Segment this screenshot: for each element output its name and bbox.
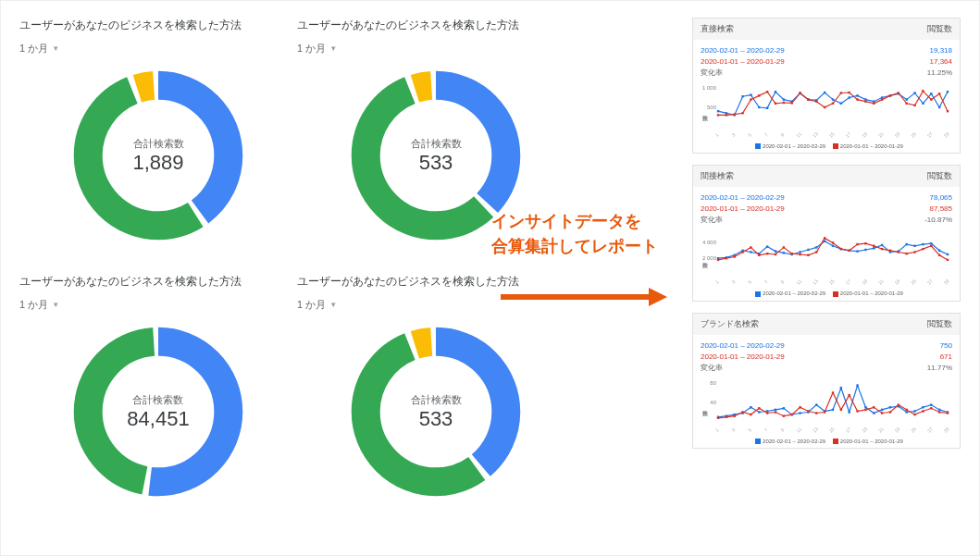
legend-a: 2020-02-01 – 2020-02-29 xyxy=(763,290,825,296)
svg-text:3: 3 xyxy=(730,279,736,285)
svg-rect-38 xyxy=(913,92,915,93)
line-chart-1: 2 0004 000検索数1357911131517192123252729 xyxy=(693,229,960,290)
svg-rect-195 xyxy=(717,416,719,418)
svg-rect-223 xyxy=(947,412,949,414)
period-selector[interactable]: 1 か月 ▼ xyxy=(19,298,59,312)
svg-text:29: 29 xyxy=(942,426,949,433)
period-selector[interactable]: 1 か月 ▼ xyxy=(19,42,59,56)
card-title: ユーザーがあなたのビジネスを検索した方法 xyxy=(19,18,297,33)
svg-text:15: 15 xyxy=(827,278,835,286)
svg-rect-200 xyxy=(758,407,760,409)
donut-card-0: ユーザーがあなたのビジネスを検索した方法 1 か月 ▼ 合計検索数 1,889 xyxy=(19,18,297,248)
svg-rect-63 xyxy=(881,98,883,100)
svg-rect-120 xyxy=(726,257,727,259)
svg-rect-204 xyxy=(791,414,793,415)
svg-text:9: 9 xyxy=(779,131,785,137)
svg-rect-222 xyxy=(938,411,940,413)
svg-text:5: 5 xyxy=(747,131,752,137)
svg-rect-212 xyxy=(856,410,858,412)
svg-rect-220 xyxy=(922,410,924,412)
donut-grid: ユーザーがあなたのビジネスを検索した方法 1 か月 ▼ 合計検索数 1,889 … xyxy=(19,18,575,504)
svg-rect-190 xyxy=(913,410,915,412)
svg-rect-215 xyxy=(881,412,883,414)
svg-rect-205 xyxy=(799,406,800,408)
svg-rect-126 xyxy=(775,253,776,255)
svg-rect-127 xyxy=(783,247,785,249)
svg-rect-102 xyxy=(815,247,817,249)
donut-center-value: 84,451 xyxy=(127,407,189,431)
panel-metric: 閲覧数 xyxy=(927,170,952,182)
svg-rect-128 xyxy=(791,253,793,254)
donut-card-3: ユーザーがあなたのビジネスを検索した方法 1 か月 ▼ 合計検索数 533 xyxy=(297,274,575,504)
svg-rect-132 xyxy=(824,238,825,240)
svg-text:5: 5 xyxy=(747,279,752,285)
period-label: 1 か月 xyxy=(19,42,48,56)
value-b: 87,585 xyxy=(930,204,952,215)
svg-text:1 000: 1 000 xyxy=(702,85,717,91)
svg-rect-176 xyxy=(799,412,800,414)
svg-text:25: 25 xyxy=(910,130,917,138)
svg-text:2 000: 2 000 xyxy=(702,256,717,262)
svg-rect-198 xyxy=(741,411,743,413)
donut-center-label: 合計検索数 xyxy=(411,137,462,151)
svg-rect-147 xyxy=(947,259,949,261)
svg-rect-183 xyxy=(856,384,858,386)
rate-label: 変化率 xyxy=(701,363,723,374)
svg-rect-42 xyxy=(947,91,949,93)
svg-rect-70 xyxy=(938,93,940,94)
svg-rect-29 xyxy=(840,103,842,105)
svg-text:19: 19 xyxy=(861,426,868,433)
svg-rect-27 xyxy=(824,92,825,93)
panel-metric: 閲覧数 xyxy=(927,318,952,330)
svg-rect-210 xyxy=(840,409,842,411)
svg-rect-206 xyxy=(807,410,809,412)
svg-rect-115 xyxy=(922,243,924,245)
svg-rect-191 xyxy=(922,406,924,408)
donut-chart-2: 合計検索数 84,451 xyxy=(66,319,251,504)
svg-rect-66 xyxy=(906,103,908,105)
legend-b: 2020-01-01 – 2020-01-29 xyxy=(840,143,903,149)
svg-rect-67 xyxy=(913,105,915,106)
svg-text:13: 13 xyxy=(812,130,819,138)
svg-rect-69 xyxy=(930,98,932,100)
svg-rect-64 xyxy=(889,94,891,96)
svg-text:5: 5 xyxy=(747,426,752,432)
svg-rect-209 xyxy=(832,391,834,393)
svg-rect-193 xyxy=(938,409,940,411)
svg-text:15: 15 xyxy=(827,426,835,433)
donut-chart-0: 合計検索数 1,889 xyxy=(66,63,251,248)
legend-b: 2020-01-01 – 2020-01-29 xyxy=(840,439,903,444)
period-selector[interactable]: 1 か月 ▼ xyxy=(297,298,337,312)
report-panels: 直接検索 閲覧数 2020-02-01 – 2020-02-2919,318 2… xyxy=(692,18,961,449)
svg-rect-119 xyxy=(717,259,719,261)
svg-rect-217 xyxy=(898,403,899,405)
svg-rect-33 xyxy=(873,101,875,103)
chevron-down-icon: ▼ xyxy=(329,44,337,53)
svg-text:80: 80 xyxy=(710,380,716,386)
svg-rect-39 xyxy=(922,103,924,105)
donut-center-label: 合計検索数 xyxy=(132,137,183,151)
range-a: 2020-02-01 – 2020-02-29 xyxy=(701,192,785,204)
svg-rect-207 xyxy=(815,412,817,414)
svg-text:9: 9 xyxy=(779,426,785,432)
svg-rect-109 xyxy=(873,248,875,250)
chevron-down-icon: ▼ xyxy=(52,44,59,53)
svg-rect-51 xyxy=(783,102,785,104)
period-selector[interactable]: 1 か月 ▼ xyxy=(297,42,337,56)
svg-rect-48 xyxy=(758,94,760,96)
svg-rect-104 xyxy=(832,245,834,247)
svg-text:11: 11 xyxy=(795,130,802,138)
svg-rect-15 xyxy=(726,112,727,114)
svg-rect-184 xyxy=(864,406,866,408)
svg-rect-185 xyxy=(873,412,875,414)
chevron-down-icon: ▼ xyxy=(329,301,337,309)
svg-rect-125 xyxy=(766,253,768,254)
panel-indirect-search: 間接検索 閲覧数 2020-02-01 – 2020-02-2978,065 2… xyxy=(692,165,961,301)
svg-text:500: 500 xyxy=(707,105,717,110)
svg-text:検索数: 検索数 xyxy=(702,411,708,416)
svg-rect-135 xyxy=(849,250,850,252)
svg-text:27: 27 xyxy=(926,278,934,286)
svg-text:21: 21 xyxy=(877,130,885,138)
svg-rect-142 xyxy=(906,253,908,254)
svg-rect-46 xyxy=(741,112,743,114)
